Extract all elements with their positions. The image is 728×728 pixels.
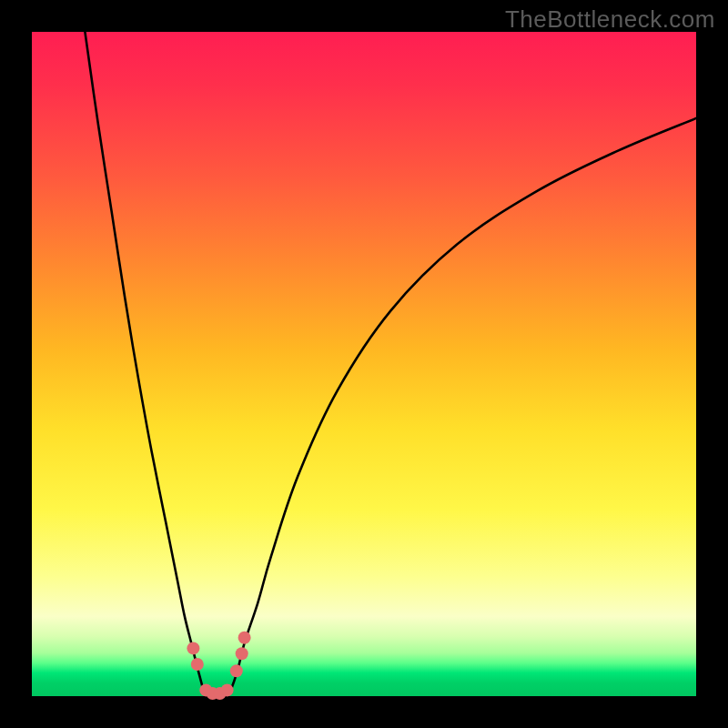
data-point (230, 664, 243, 677)
curve-left-branch (85, 32, 203, 690)
watermark-text: TheBottleneck.com (505, 5, 715, 34)
data-point (238, 632, 251, 644)
data-point (191, 658, 204, 671)
data-point (221, 683, 234, 696)
chart-container: TheBottleneck.com (0, 0, 728, 728)
bottleneck-curve (32, 32, 696, 696)
curve-right-branch (231, 118, 696, 690)
data-point (187, 642, 199, 654)
data-point (236, 647, 248, 660)
plot-area (32, 32, 696, 696)
